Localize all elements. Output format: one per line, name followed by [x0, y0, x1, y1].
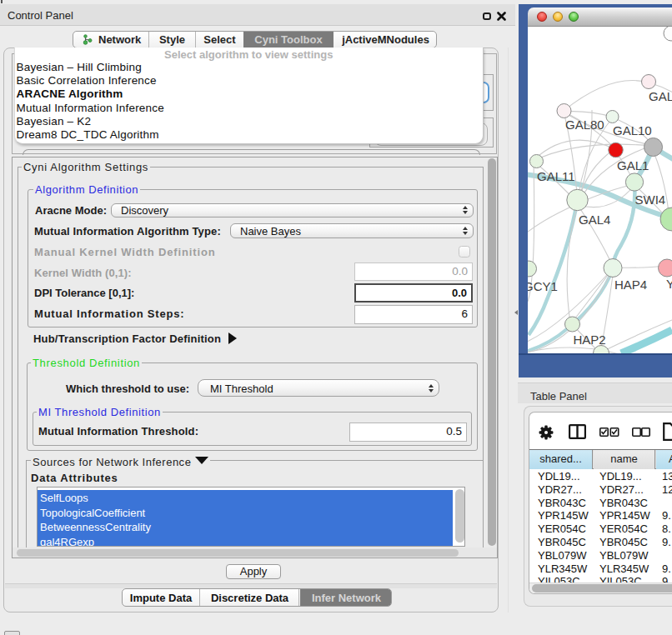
svg-text:GAL4: GAL4	[579, 212, 610, 227]
svg-text:HAP2: HAP2	[574, 332, 606, 347]
svg-text:GAL11: GAL11	[537, 169, 575, 183]
svg-text:GAL2: GAL2	[649, 89, 672, 103]
svg-text:Y: Y	[666, 277, 672, 291]
svg-text:GAL1: GAL1	[617, 158, 649, 172]
svg-text:GAL80: GAL80	[565, 118, 604, 132]
svg-text:GAL10: GAL10	[613, 123, 652, 138]
svg-text:HAP4: HAP4	[614, 278, 647, 292]
svg-text:GCY1: GCY1	[528, 279, 558, 293]
svg-text:SWI4: SWI4	[635, 192, 666, 207]
